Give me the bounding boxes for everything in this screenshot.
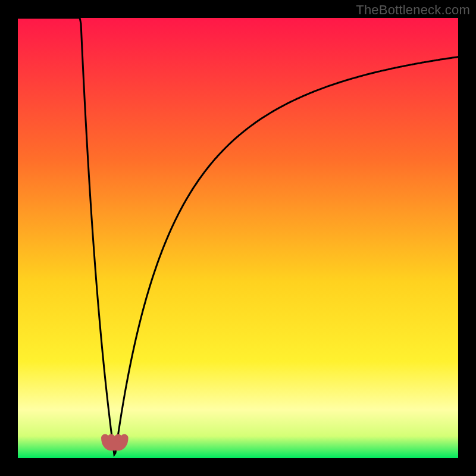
plot-svg [18,18,458,458]
minimum-markers [105,438,124,447]
watermark-text: TheBottleneck.com [356,2,470,18]
plot-area [18,18,458,458]
chart-frame: TheBottleneck.com [0,0,476,476]
